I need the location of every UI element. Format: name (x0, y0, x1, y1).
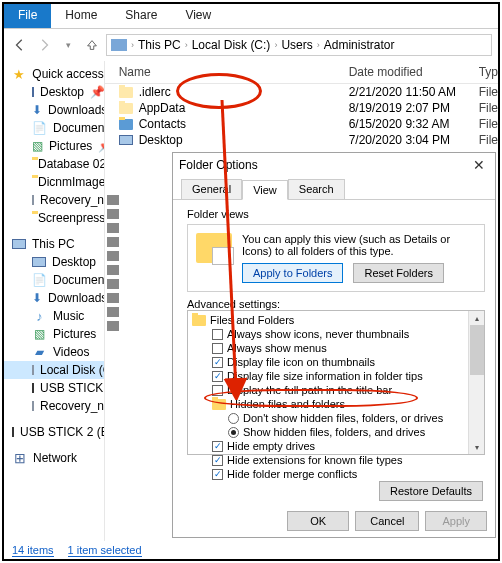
ribbon-view[interactable]: View (171, 4, 225, 28)
crumb[interactable]: This PC (138, 38, 181, 52)
reset-folders-button[interactable]: Reset Folders (353, 263, 443, 283)
sidebar-desktop2[interactable]: Desktop (4, 253, 104, 271)
sidebar-videos[interactable]: ▰Videos (4, 343, 104, 361)
radio[interactable] (228, 413, 239, 424)
radio-show-hidden[interactable] (228, 427, 239, 438)
address-bar[interactable]: › This PC› Local Disk (C:)› Users› Admin… (106, 34, 492, 56)
sidebar-db02[interactable]: Database 02 (4, 155, 104, 173)
desktop-icon (119, 135, 133, 145)
folder-views-text: You can apply this view (such as Details… (242, 233, 476, 257)
document-icon: 📄 (32, 121, 47, 135)
sidebar-music[interactable]: ♪Music (4, 307, 104, 325)
tab-search[interactable]: Search (288, 179, 345, 199)
document-icon: 📄 (32, 273, 47, 287)
nav-recent-icon[interactable]: ▾ (58, 35, 78, 55)
chevron-right-icon: › (129, 40, 136, 50)
picture-icon: ▧ (32, 327, 47, 341)
sidebar-documents2[interactable]: 📄Documents (4, 271, 104, 289)
file-row[interactable]: .idlerc2/21/2020 11:50 AMFile (105, 84, 498, 100)
checkbox[interactable]: ✓ (212, 455, 223, 466)
cancel-button[interactable]: Cancel (355, 511, 419, 531)
desktop-icon (32, 257, 46, 267)
ok-button[interactable]: OK (287, 511, 349, 531)
scroll-down-icon[interactable]: ▾ (469, 440, 484, 454)
usb-icon (12, 427, 14, 437)
scrollbar[interactable]: ▴ ▾ (468, 311, 484, 454)
folder-views-label: Folder views (187, 208, 485, 220)
checkbox[interactable]: ✓ (212, 441, 223, 452)
ribbon-tabs: File Home Share View (4, 4, 498, 29)
close-icon[interactable]: ✕ (469, 157, 489, 173)
status-selected: 1 item selected (68, 544, 142, 557)
file-row[interactable]: Desktop7/20/2020 3:04 PMFile (105, 132, 498, 148)
column-type[interactable]: Typ (479, 65, 498, 79)
folder-icon (192, 315, 206, 326)
file-row[interactable]: Contacts6/15/2020 9:32 AMFile (105, 116, 498, 132)
network-icon: ⊞ (12, 451, 27, 465)
sidebar-pictures[interactable]: ▧Pictures📌 (4, 137, 104, 155)
folder-icon (119, 87, 133, 98)
file-row-appdata[interactable]: AppData8/19/2019 2:07 PMFile (105, 100, 498, 116)
sidebar-usb[interactable]: USB STICK 2 (E:) (4, 379, 104, 397)
apply-button[interactable]: Apply (425, 511, 487, 531)
nav-bar: ▾ › This PC› Local Disk (C:)› Users› Adm… (4, 29, 498, 61)
apply-to-folders-button[interactable]: Apply to Folders (242, 263, 343, 283)
folder-options-dialog: Folder Options ✕ General View Search Fol… (172, 152, 496, 538)
dialog-title: Folder Options (179, 158, 469, 172)
sidebar-downloads[interactable]: ⬇Downloads📌 (4, 101, 104, 119)
nav-up-icon[interactable] (82, 35, 102, 55)
checkbox[interactable]: ✓ (212, 469, 223, 480)
tab-view[interactable]: View (242, 180, 288, 200)
scroll-thumb[interactable] (470, 325, 484, 375)
sidebar-dicnm[interactable]: DicnmImageServer (4, 173, 104, 191)
nav-forward-icon[interactable] (34, 35, 54, 55)
checkbox[interactable] (212, 329, 223, 340)
sidebar-thispc[interactable]: This PC (4, 235, 104, 253)
pc-icon (111, 39, 127, 51)
ribbon-home[interactable]: Home (51, 4, 111, 28)
sidebar-desktop[interactable]: Desktop📌 (4, 83, 104, 101)
crumb[interactable]: Administrator (324, 38, 395, 52)
sidebar-pictures2[interactable]: ▧Pictures (4, 325, 104, 343)
checkbox[interactable]: ✓ (212, 371, 223, 382)
download-icon: ⬇ (32, 103, 42, 117)
sidebar-downloads2[interactable]: ⬇Downloads (4, 289, 104, 307)
picture-icon: ▧ (32, 139, 43, 153)
download-icon: ⬇ (32, 291, 42, 305)
checkbox[interactable]: ✓ (212, 357, 223, 368)
sidebar-screenpresso[interactable]: Screenpresso (4, 209, 104, 227)
drive-icon (32, 401, 34, 411)
drive-icon (32, 195, 34, 205)
video-icon: ▰ (32, 345, 47, 359)
obscured-icons (105, 191, 119, 335)
status-items: 14 items (12, 544, 54, 557)
scroll-up-icon[interactable]: ▴ (469, 311, 484, 325)
sidebar-local-disk[interactable]: Local Disk (C:) (4, 361, 104, 379)
column-name[interactable]: Name (119, 65, 349, 79)
ribbon-file[interactable]: File (4, 4, 51, 28)
desktop-icon (32, 87, 34, 97)
quick-access[interactable]: ★Quick access (4, 65, 104, 83)
sidebar-usb-root[interactable]: USB STICK 2 (E:) (4, 423, 104, 441)
sidebar-recovery2[interactable]: Recovery_new (F:) (4, 397, 104, 415)
nav-back-icon[interactable] (10, 35, 30, 55)
crumb[interactable]: Users (281, 38, 312, 52)
sidebar-documents[interactable]: 📄Documents📌 (4, 119, 104, 137)
tab-general[interactable]: General (181, 179, 242, 199)
column-date[interactable]: Date modified (349, 65, 479, 79)
status-bar: 14 items 1 item selected (12, 544, 142, 557)
sidebar-recovery[interactable]: Recovery_new (F:) (4, 191, 104, 209)
folder-icon (212, 399, 226, 410)
folder-views-box: You can apply this view (such as Details… (187, 224, 485, 292)
sidebar-network[interactable]: ⊞Network (4, 449, 104, 467)
checkbox[interactable] (212, 385, 223, 396)
restore-defaults-button[interactable]: Restore Defaults (379, 481, 483, 501)
folder-icon (119, 119, 133, 130)
pin-icon: 📌 (90, 85, 105, 99)
column-headers: Name Date modified Typ (105, 61, 498, 84)
nav-pane: ★Quick access Desktop📌 ⬇Downloads📌 📄Docu… (4, 61, 105, 541)
checkbox[interactable] (212, 343, 223, 354)
crumb[interactable]: Local Disk (C:) (192, 38, 271, 52)
advanced-settings-tree[interactable]: Files and Folders Always show icons, nev… (187, 310, 485, 455)
ribbon-share[interactable]: Share (111, 4, 171, 28)
